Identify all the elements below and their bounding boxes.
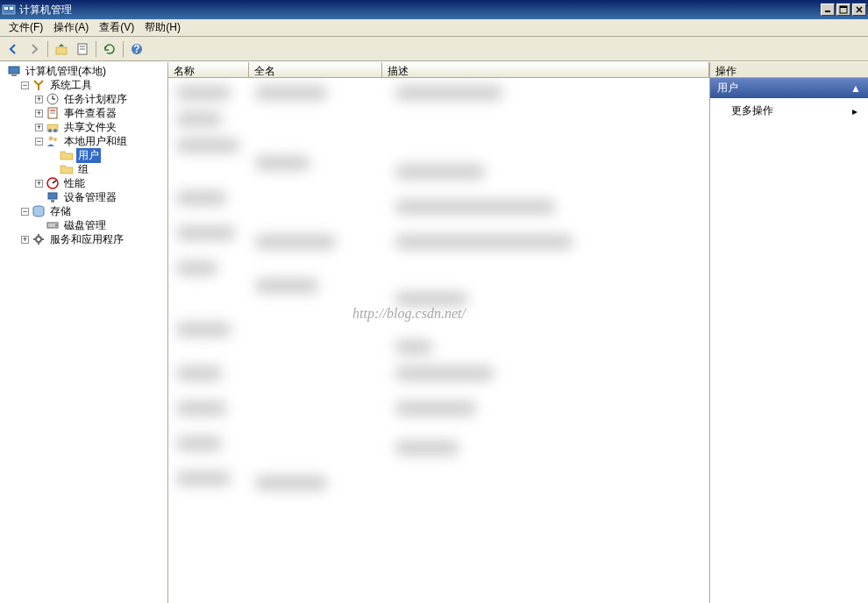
collapse-icon[interactable]: − (21, 208, 29, 216)
tree-pane[interactable]: 计算机管理(本地) − 系统工具 + 任务计划程序 + 事件查看器 + 共享文件… (0, 62, 168, 603)
computer-icon (7, 64, 21, 78)
tree-label: 设备管理器 (62, 190, 118, 205)
column-description[interactable]: 描述 (382, 62, 709, 77)
menu-view[interactable]: 查看(V) (94, 18, 139, 37)
toolbar: ? (0, 37, 868, 61)
action-section-label: 用户 (717, 81, 738, 96)
tools-icon (32, 78, 46, 92)
svg-point-24 (53, 129, 57, 132)
tree-label: 计算机管理(本地) (24, 64, 108, 79)
svg-point-23 (48, 129, 52, 132)
app-icon (2, 3, 16, 17)
redacted-content (168, 78, 709, 603)
svg-point-33 (55, 224, 57, 226)
properties-button[interactable] (73, 39, 92, 59)
svg-rect-8 (56, 47, 67, 54)
event-icon (46, 106, 60, 120)
tree-disk-management[interactable]: 磁盘管理 (2, 218, 166, 232)
svg-rect-30 (51, 200, 54, 202)
tree-label: 磁盘管理 (62, 218, 108, 233)
toolbar-separator (47, 41, 48, 57)
storage-icon (32, 204, 46, 218)
tree-label: 用户 (76, 148, 101, 163)
folder-icon (60, 162, 74, 176)
shared-folder-icon (46, 120, 60, 134)
collapse-arrow-icon: ▲ (850, 82, 861, 95)
folder-icon (60, 148, 74, 162)
device-icon (46, 190, 60, 204)
menu-help[interactable]: 帮助(H) (139, 18, 186, 37)
refresh-button[interactable] (100, 39, 119, 59)
toolbar-separator (96, 41, 96, 57)
tree-label: 事件查看器 (62, 106, 118, 121)
tree-label: 服务和应用程序 (48, 232, 125, 247)
tree-local-users[interactable]: − 本地用户和组 (2, 134, 166, 148)
svg-line-28 (53, 181, 56, 183)
tree-label: 任务计划程序 (62, 92, 129, 107)
back-button[interactable] (4, 39, 23, 59)
window-controls (821, 4, 866, 16)
tree-device-manager[interactable]: 设备管理器 (2, 190, 166, 204)
svg-rect-29 (48, 193, 57, 199)
action-section-users[interactable]: 用户 ▲ (710, 78, 868, 98)
action-pane: 操作 用户 ▲ 更多操作 ▸ (710, 62, 868, 603)
tree-event-viewer[interactable]: + 事件查看器 (2, 106, 166, 120)
collapse-icon[interactable]: − (21, 82, 29, 89)
action-header: 操作 (710, 62, 868, 78)
svg-point-34 (36, 237, 41, 242)
window-titlebar: 计算机管理 (0, 0, 868, 19)
tree-label: 性能 (62, 176, 87, 191)
users-icon (46, 134, 60, 148)
up-button[interactable] (52, 39, 71, 59)
tree-label: 本地用户和组 (62, 134, 129, 149)
expand-icon[interactable]: + (35, 180, 43, 188)
column-name[interactable]: 名称 (168, 62, 249, 77)
svg-rect-15 (11, 74, 17, 76)
tree-performance[interactable]: + 性能 (2, 176, 166, 190)
svg-rect-1 (4, 7, 8, 10)
arrow-right-icon: ▸ (852, 105, 857, 117)
tree-label: 共享文件夹 (62, 120, 118, 135)
action-more[interactable]: 更多操作 ▸ (710, 98, 868, 124)
main-content: 计算机管理(本地) − 系统工具 + 任务计划程序 + 事件查看器 + 共享文件… (0, 61, 868, 603)
list-body[interactable]: http://blog.csdn.net/ (168, 78, 709, 603)
list-header: 名称 全名 描述 (168, 62, 709, 78)
svg-rect-2 (10, 7, 13, 10)
tree-root[interactable]: 计算机管理(本地) (2, 64, 166, 78)
toolbar-separator (123, 41, 124, 57)
tree-groups[interactable]: 组 (2, 162, 166, 176)
menu-action[interactable]: 操作(A) (48, 18, 94, 37)
expand-icon[interactable]: + (35, 124, 43, 131)
tree-label: 系统工具 (48, 78, 94, 93)
expand-icon[interactable]: + (35, 96, 43, 103)
tree-label: 存储 (48, 204, 73, 219)
clock-icon (46, 92, 60, 106)
tree-label: 组 (76, 162, 90, 177)
svg-point-25 (49, 137, 53, 141)
maximize-button[interactable] (836, 4, 850, 16)
tree-users[interactable]: 用户 (2, 148, 166, 162)
svg-point-26 (53, 138, 57, 141)
tree-services-apps[interactable]: + 服务和应用程序 (2, 232, 166, 246)
menu-file[interactable]: 文件(F) (4, 18, 48, 37)
tree-storage[interactable]: − 存储 (2, 204, 166, 218)
svg-text:?: ? (133, 43, 139, 55)
performance-icon (46, 176, 60, 190)
tree-task-scheduler[interactable]: + 任务计划程序 (2, 92, 166, 106)
expand-icon[interactable]: + (35, 110, 43, 117)
menubar: 文件(F) 操作(A) 查看(V) 帮助(H) (0, 19, 868, 37)
window-title: 计算机管理 (19, 3, 821, 18)
column-fullname[interactable]: 全名 (249, 62, 382, 77)
collapse-icon[interactable]: − (35, 138, 43, 145)
disk-icon (46, 218, 60, 232)
tree-shared-folders[interactable]: + 共享文件夹 (2, 120, 166, 134)
list-pane: 名称 全名 描述 (168, 62, 710, 603)
action-item-label: 更多操作 (731, 103, 773, 118)
minimize-button[interactable] (821, 4, 835, 16)
expand-icon[interactable]: + (21, 236, 29, 244)
help-button[interactable]: ? (127, 39, 146, 59)
svg-rect-14 (9, 67, 19, 74)
tree-system-tools[interactable]: − 系统工具 (2, 78, 166, 92)
forward-button[interactable] (25, 39, 44, 59)
close-button[interactable] (852, 4, 866, 16)
